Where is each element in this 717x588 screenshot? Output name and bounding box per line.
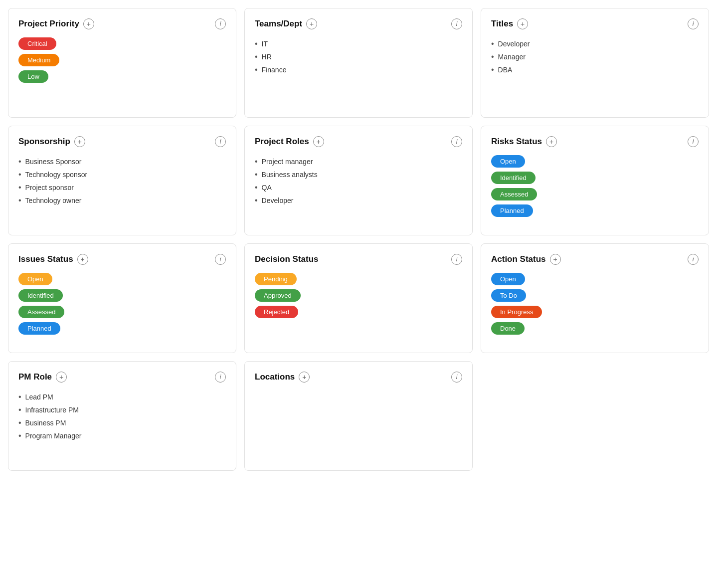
info-button-project-priority[interactable]: [215, 18, 226, 29]
card-body-project-priority: CriticalMediumLow: [18, 37, 226, 83]
list-item: Program Manager: [18, 429, 226, 442]
list-item: DBA: [491, 63, 699, 76]
card-header-project-priority: Project Priority: [18, 18, 226, 29]
list-item: Developer: [255, 194, 462, 207]
card-body-risks-status: OpenIdentifiedAssessedPlanned: [491, 155, 699, 217]
card-titles: TitlesDeveloperManagerDBA: [481, 8, 709, 118]
add-button-action-status[interactable]: [550, 254, 561, 265]
list-sponsorship: Business SponsorTechnology sponsorProjec…: [18, 155, 226, 207]
list-item: Infrastructure PM: [18, 403, 226, 416]
card-title-decision-status: Decision Status: [255, 254, 319, 264]
card-title-risks-status: Risks Status: [491, 137, 542, 147]
card-locations: Locations: [244, 361, 473, 471]
card-header-pm-role: PM Role: [18, 372, 226, 383]
list-item: Technology sponsor: [18, 168, 226, 181]
add-button-pm-role[interactable]: [56, 372, 67, 383]
card-sponsorship: SponsorshipBusiness SponsorTechnology sp…: [8, 126, 236, 235]
card-title-locations: Locations: [255, 372, 295, 382]
card-title-teams-dept: Teams/Dept: [255, 19, 302, 29]
card-title-area-issues-status: Issues Status: [18, 254, 88, 265]
card-title-area-sponsorship: Sponsorship: [18, 136, 85, 147]
tag-assessed: Assessed: [491, 188, 537, 200]
card-title-area-pm-role: PM Role: [18, 372, 67, 383]
tag-in-progress: In Progress: [491, 306, 542, 318]
list-item: Finance: [255, 63, 462, 76]
card-title-area-locations: Locations: [255, 372, 310, 383]
tags-project-priority: CriticalMediumLow: [18, 37, 226, 83]
list-pm-role: Lead PMInfrastructure PMBusiness PMProgr…: [18, 391, 226, 442]
card-header-teams-dept: Teams/Dept: [255, 18, 462, 29]
card-body-teams-dept: ITHRFinance: [255, 37, 462, 76]
info-button-locations[interactable]: [451, 372, 462, 383]
list-item: Project sponsor: [18, 181, 226, 194]
info-button-teams-dept[interactable]: [451, 18, 462, 29]
tag-identified: Identified: [18, 289, 63, 302]
add-button-risks-status[interactable]: [546, 136, 557, 147]
card-project-roles: Project RolesProject managerBusiness ana…: [244, 126, 473, 235]
tag-pending: Pending: [255, 273, 297, 285]
card-header-decision-status: Decision Status: [255, 254, 462, 265]
card-title-area-teams-dept: Teams/Dept: [255, 18, 317, 29]
add-button-titles[interactable]: [517, 18, 528, 29]
cards-grid: Project PriorityCriticalMediumLowTeams/D…: [8, 8, 709, 471]
add-button-project-priority[interactable]: [83, 18, 94, 29]
tag-planned: Planned: [491, 204, 533, 217]
list-item: Developer: [491, 37, 699, 50]
card-header-project-roles: Project Roles: [255, 136, 462, 147]
tag-rejected: Rejected: [255, 306, 298, 318]
card-title-area-project-priority: Project Priority: [18, 18, 94, 29]
card-body-titles: DeveloperManagerDBA: [491, 37, 699, 76]
card-action-status: Action StatusOpenTo DoIn ProgressDone: [481, 243, 709, 353]
card-title-action-status: Action Status: [491, 254, 546, 264]
card-body-sponsorship: Business SponsorTechnology sponsorProjec…: [18, 155, 226, 207]
tag-planned: Planned: [18, 322, 60, 335]
tag-identified: Identified: [491, 172, 536, 184]
card-teams-dept: Teams/DeptITHRFinance: [244, 8, 473, 118]
card-title-sponsorship: Sponsorship: [18, 137, 70, 147]
add-button-project-roles[interactable]: [313, 136, 324, 147]
info-button-action-status[interactable]: [688, 254, 699, 265]
info-button-project-roles[interactable]: [451, 136, 462, 147]
card-title-area-action-status: Action Status: [491, 254, 561, 265]
card-header-action-status: Action Status: [491, 254, 699, 265]
card-title-titles: Titles: [491, 19, 513, 29]
list-item: Manager: [491, 50, 699, 63]
card-title-area-decision-status: Decision Status: [255, 254, 319, 264]
info-button-pm-role[interactable]: [215, 372, 226, 383]
card-title-area-titles: Titles: [491, 18, 528, 29]
tags-action-status: OpenTo DoIn ProgressDone: [491, 273, 699, 335]
list-titles: DeveloperManagerDBA: [491, 37, 699, 76]
tags-issues-status: OpenIdentifiedAssessedPlanned: [18, 273, 226, 335]
card-issues-status: Issues StatusOpenIdentifiedAssessedPlann…: [8, 243, 236, 353]
info-button-decision-status[interactable]: [451, 254, 462, 265]
card-risks-status: Risks StatusOpenIdentifiedAssessedPlanne…: [481, 126, 709, 235]
add-button-sponsorship[interactable]: [74, 136, 85, 147]
info-button-titles[interactable]: [688, 18, 699, 29]
add-button-issues-status[interactable]: [77, 254, 88, 265]
list-item: QA: [255, 181, 462, 194]
list-item: IT: [255, 37, 462, 50]
card-body-pm-role: Lead PMInfrastructure PMBusiness PMProgr…: [18, 391, 226, 442]
tags-decision-status: PendingApprovedRejected: [255, 273, 462, 318]
card-header-issues-status: Issues Status: [18, 254, 226, 265]
list-item: Project manager: [255, 155, 462, 168]
tag-medium: Medium: [18, 54, 59, 66]
tag-to-do: To Do: [491, 289, 526, 302]
card-project-priority: Project PriorityCriticalMediumLow: [8, 8, 236, 118]
card-decision-status: Decision StatusPendingApprovedRejected: [244, 243, 473, 353]
info-button-sponsorship[interactable]: [215, 136, 226, 147]
info-button-risks-status[interactable]: [688, 136, 699, 147]
list-item: Technology owner: [18, 194, 226, 207]
card-header-sponsorship: Sponsorship: [18, 136, 226, 147]
tag-low: Low: [18, 70, 48, 83]
add-button-teams-dept[interactable]: [306, 18, 317, 29]
tag-critical: Critical: [18, 37, 56, 50]
card-title-pm-role: PM Role: [18, 372, 52, 382]
list-item: Business Sponsor: [18, 155, 226, 168]
add-button-locations[interactable]: [299, 372, 310, 383]
card-title-issues-status: Issues Status: [18, 254, 73, 264]
info-button-issues-status[interactable]: [215, 254, 226, 265]
card-pm-role: PM RoleLead PMInfrastructure PMBusiness …: [8, 361, 236, 471]
card-body-project-roles: Project managerBusiness analystsQADevelo…: [255, 155, 462, 207]
card-header-risks-status: Risks Status: [491, 136, 699, 147]
